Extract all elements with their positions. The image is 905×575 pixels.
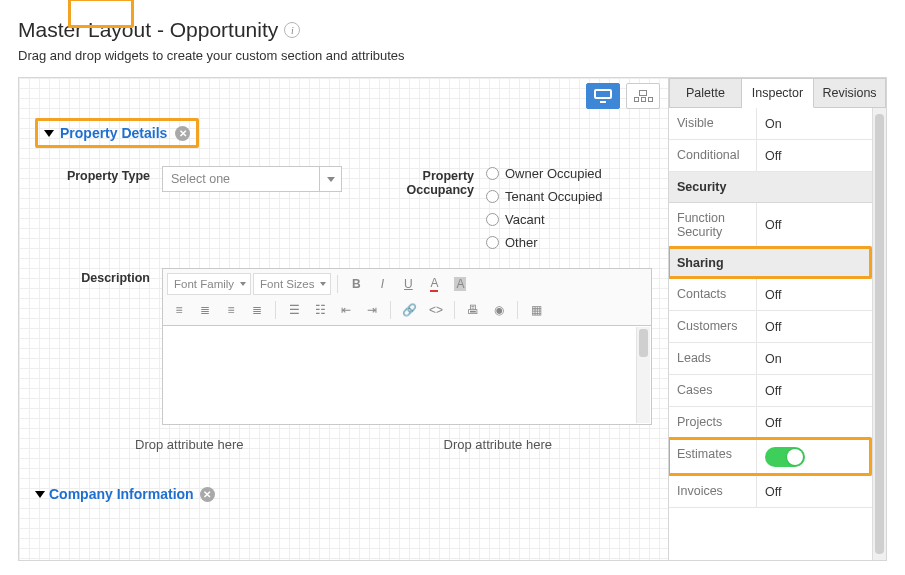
bullet-list-button[interactable]: ☰: [282, 299, 306, 321]
inspector-group-sharing: Sharing: [669, 248, 872, 279]
toggle-on[interactable]: [765, 447, 805, 467]
radio-label: Tenant Occupied: [505, 189, 603, 204]
close-icon[interactable]: ✕: [200, 487, 215, 502]
number-list-button[interactable]: ☷: [308, 299, 332, 321]
inspector-group-security: Security: [669, 172, 872, 203]
align-justify-button[interactable]: ≣: [245, 299, 269, 321]
align-left-button[interactable]: ≡: [167, 299, 191, 321]
scrollbar[interactable]: [636, 327, 650, 423]
radio-owner-occupied[interactable]: Owner Occupied: [486, 166, 652, 181]
drop-attribute-zone[interactable]: Drop attribute here: [444, 437, 552, 452]
underline-button[interactable]: U: [396, 273, 420, 295]
close-icon[interactable]: ✕: [175, 126, 190, 141]
section-property-details-title[interactable]: Property Details: [60, 125, 167, 141]
property-occupancy-label: Property Occupancy: [374, 166, 474, 250]
info-icon[interactable]: i: [284, 22, 300, 38]
inspector-row-function-security[interactable]: Function Security Off: [669, 203, 872, 248]
radio-tenant-occupied[interactable]: Tenant Occupied: [486, 189, 652, 204]
view-desktop-button[interactable]: [586, 83, 620, 109]
inspector-row-cases[interactable]: CasesOff: [669, 375, 872, 407]
scrollbar[interactable]: [872, 108, 886, 560]
italic-button[interactable]: I: [370, 273, 394, 295]
inspector-row-leads[interactable]: LeadsOn: [669, 343, 872, 375]
code-button[interactable]: <>: [424, 299, 448, 321]
table-button[interactable]: ▦: [524, 299, 548, 321]
text-color-button[interactable]: A: [422, 273, 446, 295]
description-editor[interactable]: [162, 325, 652, 425]
layout-canvas[interactable]: Property Details ✕ Property Type Select …: [19, 78, 668, 560]
section-company-info-title[interactable]: Company Information: [49, 486, 194, 502]
right-panel: Palette Inspector Revisions Visible On C…: [668, 78, 886, 560]
inspector-row-estimates[interactable]: Estimates: [669, 439, 872, 476]
radio-label: Vacant: [505, 212, 545, 227]
view-hierarchy-button[interactable]: [626, 83, 660, 109]
font-family-dropdown[interactable]: Font Family: [167, 273, 251, 295]
drop-attribute-zone[interactable]: Drop attribute here: [135, 437, 243, 452]
tab-revisions[interactable]: Revisions: [814, 78, 886, 108]
inspector-row-visible[interactable]: Visible On: [669, 108, 872, 140]
page-title: Master Layout - Opportunity: [18, 18, 278, 42]
inspector-row-invoices[interactable]: InvoicesOff: [669, 476, 872, 508]
align-center-button[interactable]: ≣: [193, 299, 217, 321]
link-button[interactable]: 🔗: [397, 299, 422, 321]
radio-label: Other: [505, 235, 538, 250]
monitor-icon: [594, 89, 612, 103]
tab-palette[interactable]: Palette: [669, 78, 742, 108]
outdent-button[interactable]: ⇤: [334, 299, 358, 321]
tab-inspector[interactable]: Inspector: [742, 78, 814, 108]
editor-toolbar: Font Family Font Sizes B I U A A ≡: [162, 268, 652, 325]
chevron-down-icon[interactable]: [44, 130, 54, 137]
preview-button[interactable]: ◉: [487, 299, 511, 321]
chevron-down-icon[interactable]: [35, 491, 45, 498]
radio-vacant[interactable]: Vacant: [486, 212, 652, 227]
property-type-select[interactable]: Select one: [162, 166, 342, 192]
inspector-row-conditional[interactable]: Conditional Off: [669, 140, 872, 172]
inspector-row-projects[interactable]: ProjectsOff: [669, 407, 872, 439]
radio-other[interactable]: Other: [486, 235, 652, 250]
tree-icon: [634, 90, 653, 102]
inspector-row-customers[interactable]: CustomersOff: [669, 311, 872, 343]
align-right-button[interactable]: ≡: [219, 299, 243, 321]
chevron-down-icon: [327, 177, 335, 182]
description-label: Description: [35, 268, 150, 425]
inspector-row-contacts[interactable]: ContactsOff: [669, 279, 872, 311]
print-button[interactable]: 🖶: [461, 299, 485, 321]
highlight-button[interactable]: A: [448, 273, 472, 295]
radio-label: Owner Occupied: [505, 166, 602, 181]
indent-button[interactable]: ⇥: [360, 299, 384, 321]
bold-button[interactable]: B: [344, 273, 368, 295]
font-sizes-dropdown[interactable]: Font Sizes: [253, 273, 331, 295]
page-subtitle: Drag and drop widgets to create your cus…: [18, 48, 887, 63]
property-type-label: Property Type: [35, 166, 150, 250]
select-placeholder: Select one: [171, 172, 230, 186]
